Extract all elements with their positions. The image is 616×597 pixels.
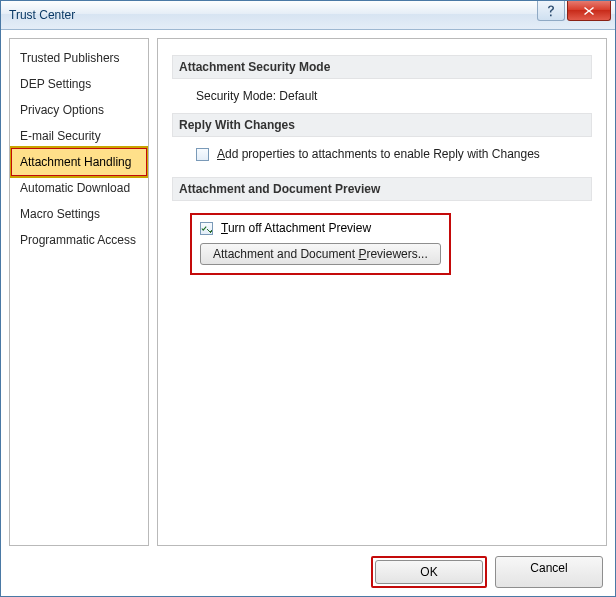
sidebar-item-macro-settings[interactable]: Macro Settings: [10, 201, 148, 227]
sidebar-item-privacy-options[interactable]: Privacy Options: [10, 97, 148, 123]
reply-changes-checkbox-row[interactable]: Add properties to attachments to enable …: [196, 147, 586, 161]
ok-highlight-box: OK: [371, 556, 487, 588]
sidebar-item-automatic-download[interactable]: Automatic Download: [10, 175, 148, 201]
sidebar-item-label: DEP Settings: [20, 77, 91, 91]
turn-off-preview-checkbox-label: Turn off Attachment Preview: [221, 221, 371, 235]
titlebar-buttons: [537, 1, 611, 21]
dialog-body: Trusted Publishers DEP Settings Privacy …: [1, 30, 615, 596]
panes: Trusted Publishers DEP Settings Privacy …: [9, 38, 607, 546]
dialog-footer: OK Cancel: [9, 552, 607, 588]
sidebar-item-label: Privacy Options: [20, 103, 104, 117]
cancel-button[interactable]: Cancel: [495, 556, 603, 588]
checkbox-icon: [200, 222, 213, 235]
checkbox-icon: [196, 148, 209, 161]
sidebar-item-label: E-mail Security: [20, 129, 101, 143]
window-title: Trust Center: [9, 8, 75, 22]
sidebar-item-label: Attachment Handling: [20, 155, 131, 169]
security-mode-value: Security Mode: Default: [172, 89, 592, 107]
sidebar-item-label: Macro Settings: [20, 207, 100, 221]
titlebar: Trust Center: [1, 1, 615, 30]
sidebar-item-trusted-publishers[interactable]: Trusted Publishers: [10, 45, 148, 71]
sidebar-item-email-security[interactable]: E-mail Security: [10, 123, 148, 149]
trust-center-dialog: Trust Center Trusted Publishers DEP S: [0, 0, 616, 597]
group-header-security-mode: Attachment Security Mode: [172, 55, 592, 79]
sidebar-item-attachment-handling[interactable]: Attachment Handling: [10, 147, 148, 177]
previewers-button[interactable]: Attachment and Document Previewers...: [200, 243, 441, 265]
sidebar-item-label: Programmatic Access: [20, 233, 136, 247]
help-button[interactable]: [537, 1, 565, 21]
reply-changes-checkbox-label: Add properties to attachments to enable …: [217, 147, 540, 161]
turn-off-preview-checkbox-row[interactable]: Turn off Attachment Preview: [200, 221, 441, 235]
sidebar-item-label: Automatic Download: [20, 181, 130, 195]
sidebar-item-label: Trusted Publishers: [20, 51, 120, 65]
sidebar-item-programmatic-access[interactable]: Programmatic Access: [10, 227, 148, 253]
sidebar: Trusted Publishers DEP Settings Privacy …: [9, 38, 149, 546]
content-pane: Attachment Security Mode Security Mode: …: [157, 38, 607, 546]
sidebar-item-dep-settings[interactable]: DEP Settings: [10, 71, 148, 97]
group-header-preview: Attachment and Document Preview: [172, 177, 592, 201]
close-button[interactable]: [567, 1, 611, 21]
group-header-reply-changes: Reply With Changes: [172, 113, 592, 137]
ok-button[interactable]: OK: [375, 560, 483, 584]
preview-highlight-box: Turn off Attachment Preview Attachment a…: [190, 213, 451, 275]
